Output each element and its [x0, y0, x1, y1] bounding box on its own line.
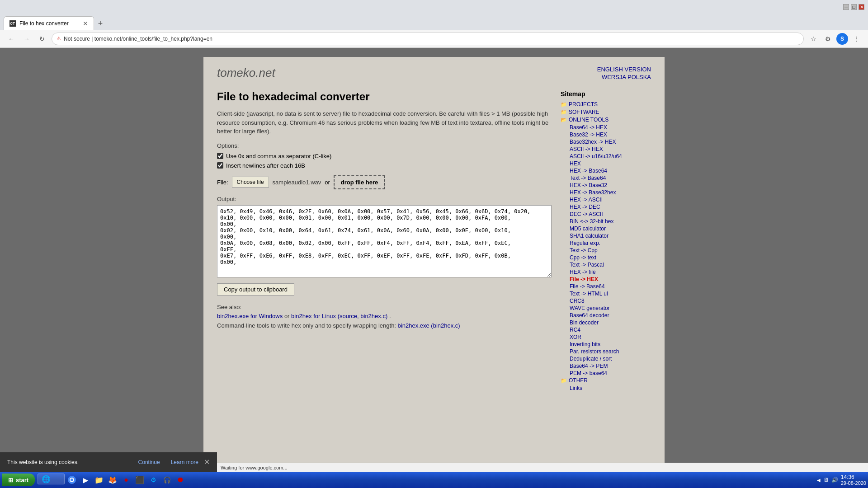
cookie-continue-link[interactable]: Continue — [138, 459, 160, 465]
sidebar-item-inverting-bits[interactable]: Inverting bits — [570, 341, 651, 347]
title-bar: ─ □ ✕ — [0, 0, 868, 14]
sidebar-item-hex-dec[interactable]: HEX -> DEC — [570, 204, 651, 210]
sidebar-item-ascii-hex[interactable]: ASCII -> HEX — [570, 146, 651, 152]
site-header: tomeko.net ENGLISH VERSION WERSJA POLSKA — [217, 66, 651, 81]
other-link[interactable]: OTHER — [569, 377, 588, 384]
sidebar-item-dec-ascii[interactable]: DEC -> ASCII — [570, 211, 651, 217]
english-version-link[interactable]: ENGLISH VERSION — [597, 66, 651, 73]
address-bar[interactable]: ⚠ Not secure | tomeko.net/online_tools/f… — [52, 33, 804, 45]
output-textarea[interactable] — [217, 205, 552, 277]
back-button[interactable]: ← — [5, 33, 17, 45]
sidebar-item-text-html[interactable]: Text -> HTML ul — [570, 291, 651, 297]
separator-checkbox[interactable] — [217, 153, 223, 159]
sidebar-item-md5[interactable]: MD5 calculator — [570, 225, 651, 232]
forward-button[interactable]: → — [21, 33, 33, 45]
tab-close-icon[interactable]: ✕ — [83, 20, 88, 27]
sidebar-item-crc8[interactable]: CRC8 — [570, 298, 651, 304]
sidebar-item-par-resistors[interactable]: Par. resistors search — [570, 348, 651, 355]
menu-button[interactable]: ⋮ — [851, 33, 863, 45]
bin2hex-windows-link[interactable]: bin2hex.exe for Windows — [217, 313, 283, 319]
newlines-checkbox[interactable] — [217, 162, 223, 169]
taskbar-ie-icon[interactable]: 🌐 — [38, 474, 65, 484]
sidebar-item-base32-hex[interactable]: Base32 -> HEX — [570, 131, 651, 138]
sidebar-item-deduplicate[interactable]: Deduplicate / sort — [570, 356, 651, 362]
newlines-label: Insert newlines after each 16B — [226, 162, 305, 169]
sitemap-title: Sitemap — [561, 90, 651, 98]
new-tab-button[interactable]: + — [94, 17, 107, 30]
projects-link[interactable]: PROJECTS — [569, 101, 598, 108]
folder-icon-other: 📁 — [561, 378, 567, 384]
choose-file-button[interactable]: Choose file — [232, 177, 269, 188]
sidebar-item-hex-base64[interactable]: HEX -> Base64 — [570, 168, 651, 174]
sidebar-item-sha1[interactable]: SHA1 calculator — [570, 233, 651, 239]
profile-icon[interactable]: S — [836, 33, 848, 45]
or-text: or — [325, 179, 330, 186]
taskbar-app8-icon[interactable]: 🎧 — [160, 474, 173, 486]
sidebar-item-xor[interactable]: XOR — [570, 334, 651, 340]
sitemap-sublist-online-tools: Base64 -> HEX Base32 -> HEX Base32hex ->… — [561, 124, 651, 376]
sidebar-item-text-base64[interactable]: Text -> Base64 — [570, 175, 651, 181]
period: . — [389, 313, 391, 319]
file-name-display: sampleaudio1.wav — [273, 179, 321, 186]
see-also: See also: bin2hex.exe for Windows or bin… — [217, 303, 552, 331]
copy-button[interactable]: Copy output to clipboard — [217, 283, 294, 296]
close-button[interactable]: ✕ — [859, 4, 864, 10]
sidebar-item-ascii-unicode[interactable]: ASCII -> u16/u32/u64 — [570, 153, 651, 160]
bin2hex-linux-link[interactable]: bin2hex for Linux — [291, 313, 336, 319]
sidebar-item-base64-pem[interactable]: Base64 -> PEM — [570, 363, 651, 369]
sidebar-item-pem-base64[interactable]: PEM -> base64 — [570, 370, 651, 376]
taskbar-firefox-icon[interactable]: 🦊 — [106, 474, 119, 486]
bin2hex-c-link[interactable]: (bin2hex.c) — [431, 322, 460, 329]
systray: ◀ 🖥 🔊 14:36 29-08-2020 — [817, 474, 866, 486]
sidebar-item-wave[interactable]: WAVE generator — [570, 305, 651, 311]
see-also-line2: Command-line tools to write hex only and… — [217, 322, 398, 329]
minimize-button[interactable]: ─ — [843, 4, 849, 10]
sidebar-item-text-pascal[interactable]: Text -> Pascal — [570, 262, 651, 268]
sidebar-item-base32hex-hex[interactable]: Base32hex -> HEX — [570, 139, 651, 145]
source-link[interactable]: (source, bin2hex.c) — [338, 313, 388, 319]
taskbar-explorer-icon[interactable]: 📁 — [93, 474, 105, 486]
clock-display: 14:36 29-08-2020 — [841, 474, 866, 486]
taskbar-app9-icon[interactable]: ⏺ — [174, 474, 187, 486]
software-link[interactable]: SOFTWARE — [569, 109, 599, 115]
taskbar-app6-icon[interactable]: ⬛ — [133, 474, 146, 486]
maximize-button[interactable]: □ — [851, 4, 857, 10]
polish-version-link[interactable]: WERSJA POLSKA — [602, 74, 651, 80]
sidebar-item-rc4[interactable]: RC4 — [570, 327, 651, 333]
volume-icon[interactable]: 🔊 — [831, 477, 838, 483]
bin2hex-exe-link[interactable]: bin2hex.exe — [398, 322, 429, 329]
taskbar-chrome-icon[interactable] — [66, 474, 78, 486]
sidebar-item-bin-decoder[interactable]: Bin decoder — [570, 319, 651, 326]
sidebar-item-file-base64[interactable]: File -> Base64 — [570, 283, 651, 290]
extensions-button[interactable]: ⚙ — [822, 33, 834, 45]
sidebar-item-cpp-text[interactable]: Cpp -> text — [570, 254, 651, 261]
taskbar-app7-icon[interactable]: ⚙ — [147, 474, 160, 486]
systray-arrow[interactable]: ◀ — [817, 478, 821, 483]
taskbar-media-icon[interactable]: ▶ — [79, 474, 92, 486]
cookie-learn-link[interactable]: Learn more — [171, 459, 198, 465]
sidebar-item-hex-base32hex[interactable]: HEX -> Base32hex — [570, 189, 651, 196]
sidebar-item-bin-hex[interactable]: BIN <-> 32-bit hex — [570, 218, 651, 225]
sidebar-item-regexp[interactable]: Regular exp. — [570, 240, 651, 246]
sidebar-item-hex-base32[interactable]: HEX -> Base32 — [570, 182, 651, 188]
sidebar-item-hex-file[interactable]: HEX -> file — [570, 269, 651, 275]
drop-zone[interactable]: drop file here — [334, 175, 385, 189]
start-button[interactable]: ⊞ start — [2, 474, 35, 486]
see-also-label: See also: — [217, 304, 241, 310]
online-tools-link[interactable]: ONLINE TOOLS — [569, 117, 609, 123]
sidebar-item-file-hex[interactable]: File -> HEX — [570, 276, 651, 282]
sidebar-item-text-cpp[interactable]: Text -> Cpp — [570, 247, 651, 253]
sidebar-item-base64-hex[interactable]: Base64 -> HEX — [570, 124, 651, 131]
sitemap-sublist-other: Links — [561, 385, 651, 391]
bookmark-button[interactable]: ☆ — [807, 33, 819, 45]
checkbox-row-2: Insert newlines after each 16B — [217, 162, 552, 169]
browser-tab[interactable]: 0T File to hex converter ✕ — [4, 16, 94, 30]
cookie-close-button[interactable]: ✕ — [204, 458, 210, 466]
sidebar-item-hex[interactable]: HEX — [570, 160, 651, 167]
taskbar-app5-icon[interactable]: ● — [120, 474, 132, 486]
sidebar-item-links[interactable]: Links — [570, 385, 651, 391]
sidebar-item-hex-ascii[interactable]: HEX -> ASCII — [570, 197, 651, 203]
sidebar-item-base64-decoder[interactable]: Base64 decoder — [570, 312, 651, 319]
reload-button[interactable]: ↻ — [36, 33, 48, 45]
taskbar-items: 🌐 ▶ 📁 🦊 ● ⬛ ⚙ 🎧 ⏺ — [38, 474, 187, 486]
